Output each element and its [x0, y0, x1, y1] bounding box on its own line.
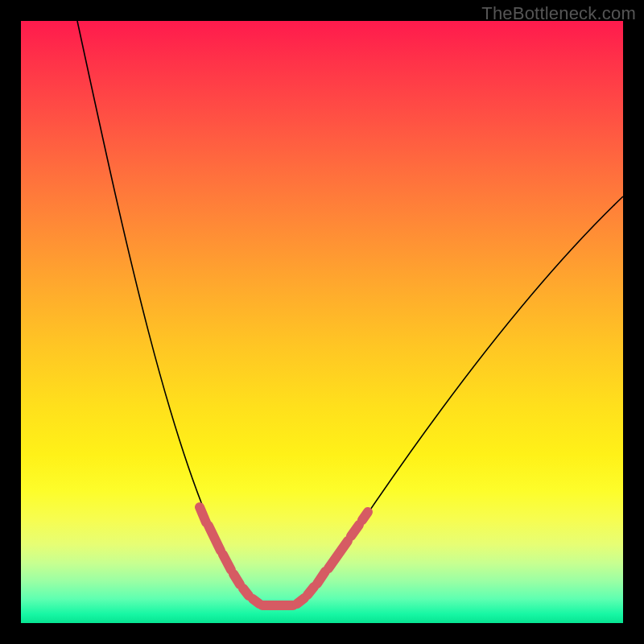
- curve-markers-right: [297, 512, 368, 604]
- curve-markers-left: [200, 507, 259, 604]
- marker-left-2: [223, 555, 231, 570]
- marker-left-4: [243, 588, 249, 596]
- watermark-text: TheBottleneck.com: [481, 3, 636, 24]
- marker-right-3: [328, 541, 348, 568]
- marker-right-4: [351, 525, 359, 536]
- marker-left-3: [233, 574, 240, 584]
- bottleneck-curve: [77, 21, 623, 606]
- marker-right-2: [317, 572, 325, 584]
- marker-left-1: [208, 526, 221, 551]
- marker-left-0: [200, 507, 206, 522]
- chart-plot-area: [21, 21, 623, 623]
- marker-right-5: [362, 512, 368, 520]
- marker-right-1: [308, 587, 314, 595]
- marker-right-0: [297, 598, 304, 604]
- chart-svg: [21, 21, 623, 623]
